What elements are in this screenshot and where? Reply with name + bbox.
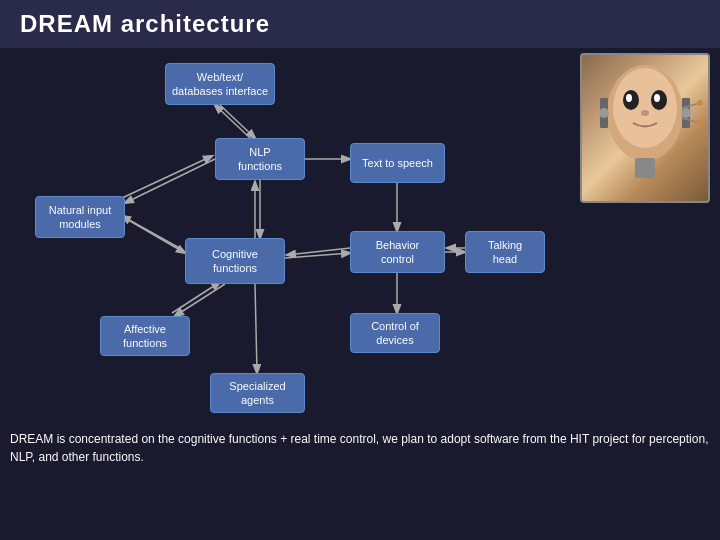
svg-point-15 bbox=[697, 120, 703, 126]
bottom-text-content: DREAM is concentrated on the cognitive f… bbox=[10, 432, 708, 464]
svg-line-16 bbox=[220, 105, 255, 138]
box-cognitive: Cognitivefunctions bbox=[185, 238, 285, 284]
box-control-devices: Control ofdevices bbox=[350, 313, 440, 353]
svg-point-1 bbox=[613, 68, 677, 148]
svg-line-28 bbox=[285, 253, 350, 258]
svg-point-4 bbox=[626, 94, 632, 102]
box-affective-label: Affectivefunctions bbox=[123, 322, 167, 351]
svg-line-25 bbox=[172, 282, 220, 313]
content-area: Web/text/databases interface NLPfunction… bbox=[0, 48, 720, 478]
box-nlp-label: NLPfunctions bbox=[238, 145, 282, 174]
box-nlp: NLPfunctions bbox=[215, 138, 305, 180]
svg-line-29 bbox=[287, 248, 350, 255]
box-talking-head: Talkinghead bbox=[465, 231, 545, 273]
box-natural-input: Natural inputmodules bbox=[35, 196, 125, 238]
title-bar: DREAM architecture bbox=[0, 0, 720, 48]
box-affective: Affectivefunctions bbox=[100, 316, 190, 356]
svg-rect-7 bbox=[635, 158, 655, 178]
robot-image bbox=[580, 53, 710, 203]
box-web-label: Web/text/databases interface bbox=[172, 70, 268, 99]
box-web: Web/text/databases interface bbox=[165, 63, 275, 105]
svg-point-5 bbox=[654, 94, 660, 102]
svg-point-10 bbox=[599, 108, 609, 118]
svg-line-19 bbox=[122, 156, 212, 198]
svg-point-14 bbox=[697, 100, 703, 106]
slide: DREAM architecture bbox=[0, 0, 720, 540]
svg-line-24 bbox=[175, 284, 225, 316]
box-cognitive-label: Cognitivefunctions bbox=[212, 247, 258, 276]
box-specialized: Specializedagents bbox=[210, 373, 305, 413]
svg-line-17 bbox=[215, 105, 250, 138]
box-behavior-label: Behaviorcontrol bbox=[376, 238, 419, 267]
box-control-label: Control ofdevices bbox=[371, 319, 419, 348]
svg-line-26 bbox=[255, 284, 257, 373]
box-texttospeech-label: Text to speech bbox=[362, 156, 433, 170]
svg-line-22 bbox=[125, 218, 185, 253]
box-talking-label: Talkinghead bbox=[488, 238, 522, 267]
box-natural-label: Natural inputmodules bbox=[49, 203, 111, 232]
box-specialized-label: Specializedagents bbox=[229, 379, 285, 408]
box-text-to-speech: Text to speech bbox=[350, 143, 445, 183]
slide-title: DREAM architecture bbox=[20, 10, 270, 37]
box-behavior-control: Behaviorcontrol bbox=[350, 231, 445, 273]
robot-illustration bbox=[585, 58, 705, 198]
bottom-description: DREAM is concentrated on the cognitive f… bbox=[10, 430, 710, 466]
svg-point-11 bbox=[681, 108, 691, 118]
diagram: Web/text/databases interface NLPfunction… bbox=[0, 48, 590, 438]
svg-point-6 bbox=[641, 110, 649, 116]
svg-line-23 bbox=[122, 216, 183, 250]
svg-line-18 bbox=[125, 159, 215, 203]
